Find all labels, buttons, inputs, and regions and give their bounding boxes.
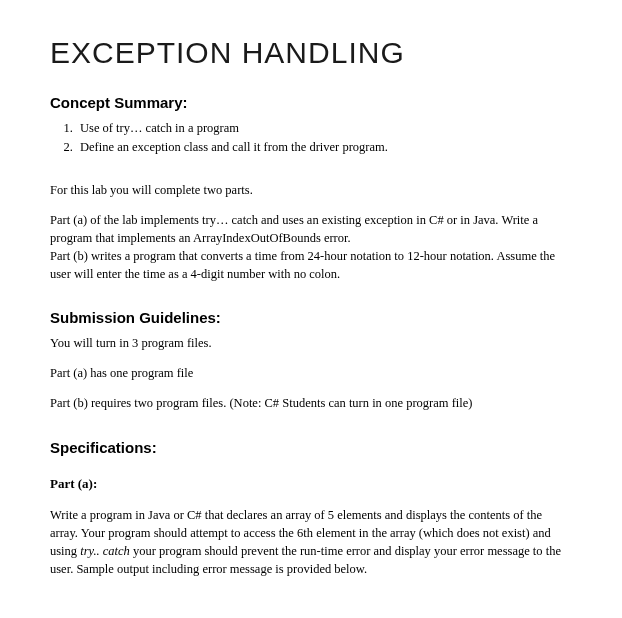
part-a-body-ital: try.. catch [80,544,130,558]
intro-paragraph: For this lab you will complete two parts… [50,181,572,199]
specifications-heading: Specifications: [50,439,572,456]
concept-summary-heading: Concept Summary: [50,94,572,111]
submission-heading: Submission Guidelines: [50,309,572,326]
page-title: EXCEPTION HANDLING [50,36,572,70]
intro-paragraph: Part (a) of the lab implements try… catc… [50,211,572,284]
concept-summary-list: Use of try… catch in a program Define an… [76,119,572,157]
part-a-heading: Part (a): [50,476,572,492]
submission-paragraph: You will turn in 3 program files. [50,334,572,352]
submission-paragraph: Part (b) requires two program files. (No… [50,394,572,412]
list-item: Use of try… catch in a program [76,119,572,138]
part-a-body: Write a program in Java or C# that decla… [50,506,572,579]
submission-paragraph: Part (a) has one program file [50,364,572,382]
list-item: Define an exception class and call it fr… [76,138,572,157]
